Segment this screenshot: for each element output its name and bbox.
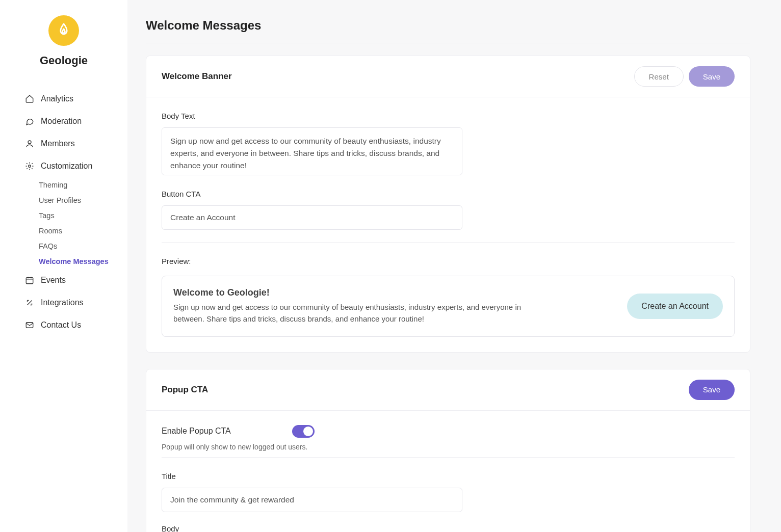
nav-sub-welcome-messages[interactable]: Welcome Messages — [39, 254, 113, 269]
card-popup-cta: Popup CTA Save Enable Popup CTA Popup wi… — [146, 369, 750, 533]
svg-point-1 — [29, 165, 31, 168]
nav: Analytics Moderation Members Customizati… — [0, 88, 127, 336]
nav-sub-rooms[interactable]: Rooms — [39, 223, 113, 238]
brand-logo — [48, 15, 79, 46]
svg-point-0 — [28, 141, 31, 144]
preview-title: Welcome to Geologie! — [173, 287, 615, 298]
enable-helper-text: Popup will only show to new logged out u… — [162, 443, 735, 451]
svg-rect-2 — [26, 278, 33, 284]
page-title: Welcome Messages — [146, 18, 750, 43]
nav-item-events[interactable]: Events — [14, 269, 113, 291]
sidebar: Geologie Analytics Moderation Members Cu… — [0, 0, 127, 532]
nav-label: Analytics — [41, 94, 73, 103]
save-button[interactable]: Save — [689, 380, 735, 400]
main-content: Welcome Messages Welcome Banner Reset Sa… — [127, 0, 781, 532]
card-header: Welcome Banner Reset Save — [146, 56, 750, 97]
brand-block: Geologie — [0, 15, 127, 67]
nav-sub-theming[interactable]: Theming — [39, 177, 113, 193]
mail-icon — [24, 320, 35, 330]
card-actions: Save — [689, 380, 735, 400]
nav-label: Moderation — [41, 117, 82, 126]
nav-item-analytics[interactable]: Analytics — [14, 88, 113, 110]
preview-cta-button[interactable]: Create an Account — [627, 294, 723, 319]
card-title: Popup CTA — [162, 385, 208, 395]
calendar-icon — [24, 275, 35, 285]
nav-sub-faqs[interactable]: FAQs — [39, 238, 113, 254]
nav-label: Customization — [41, 162, 92, 171]
divider — [162, 457, 735, 458]
nav-item-members[interactable]: Members — [14, 132, 113, 155]
popup-title-label: Title — [162, 472, 735, 481]
nav-item-moderation[interactable]: Moderation — [14, 110, 113, 132]
flame-icon — [56, 22, 71, 39]
card-actions: Reset Save — [634, 66, 735, 87]
enable-toggle-row: Enable Popup CTA — [162, 425, 735, 438]
nav-item-customization[interactable]: Customization — [14, 155, 113, 177]
nav-label: Events — [41, 276, 66, 285]
popup-title-input[interactable] — [162, 488, 462, 512]
nav-label: Contact Us — [41, 321, 81, 330]
enable-toggle[interactable] — [292, 425, 315, 438]
card-body: Enable Popup CTA Popup will only show to… — [146, 411, 750, 533]
nav-sub-customization: Theming User Profiles Tags Rooms FAQs We… — [14, 177, 113, 269]
body-text-label: Body Text — [162, 112, 735, 120]
button-cta-input[interactable] — [162, 205, 462, 230]
brand-name: Geologie — [40, 54, 88, 67]
preview-box: Welcome to Geologie! Sign up now and get… — [162, 276, 735, 337]
nav-sub-user-profiles[interactable]: User Profiles — [39, 193, 113, 208]
nav-sub-tags[interactable]: Tags — [39, 208, 113, 223]
nav-item-integrations[interactable]: Integrations — [14, 291, 113, 314]
card-body: Body Text Button CTA Preview: Welcome to… — [146, 97, 750, 352]
preview-label: Preview: — [162, 257, 735, 265]
spark-icon — [24, 298, 35, 308]
preview-body: Sign up now and get access to our commun… — [173, 301, 540, 325]
card-header: Popup CTA Save — [146, 369, 750, 411]
preview-text: Welcome to Geologie! Sign up now and get… — [173, 287, 615, 325]
body-text-input[interactable] — [162, 127, 462, 175]
nav-label: Integrations — [41, 298, 84, 307]
nav-label: Members — [41, 139, 75, 148]
home-icon — [24, 94, 35, 104]
enable-toggle-label: Enable Popup CTA — [162, 427, 231, 436]
reset-button[interactable]: Reset — [634, 66, 684, 87]
toggle-knob — [303, 427, 313, 436]
save-button[interactable]: Save — [689, 66, 735, 87]
gear-icon — [24, 161, 35, 171]
user-icon — [24, 139, 35, 149]
popup-body-label: Body — [162, 524, 735, 533]
divider — [162, 242, 735, 243]
button-cta-label: Button CTA — [162, 190, 735, 198]
nav-item-contact-us[interactable]: Contact Us — [14, 314, 113, 336]
card-welcome-banner: Welcome Banner Reset Save Body Text Butt… — [146, 56, 750, 353]
card-title: Welcome Banner — [162, 71, 232, 82]
chat-icon — [24, 116, 35, 126]
